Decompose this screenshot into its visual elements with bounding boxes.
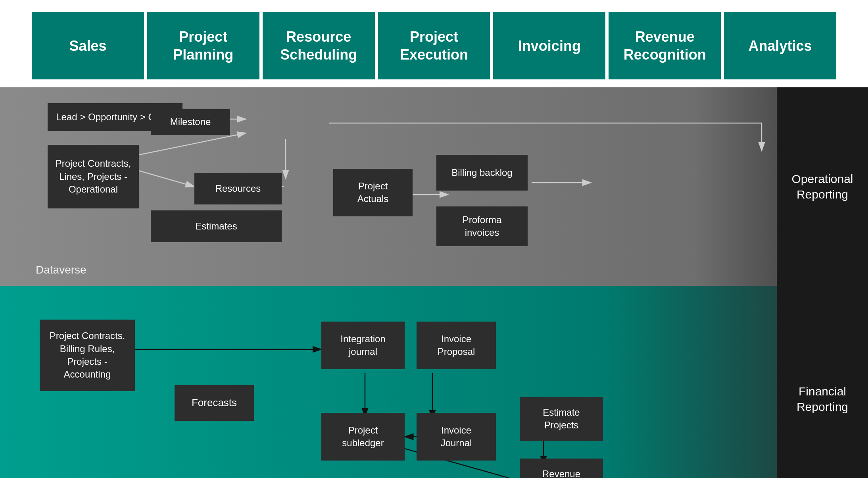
- integration-journal-box: Integration journal: [321, 322, 405, 369]
- project-contracts-op-box: Project Contracts, Lines, Projects - Ope…: [48, 145, 139, 208]
- project-actuals-box: Project Actuals: [333, 169, 413, 216]
- dataverse-label: Dataverse: [36, 264, 86, 276]
- forecasts-box: Forecasts: [175, 385, 254, 421]
- invoice-proposal-box: Invoice Proposal: [417, 322, 496, 369]
- operational-reporting-panel: Operational Reporting: [777, 87, 868, 286]
- tile-analytics: Analytics: [724, 12, 836, 79]
- tile-resource-scheduling: Resource Scheduling: [263, 12, 375, 79]
- diagram-container: Lead > Opportunity > Quote Project Contr…: [0, 87, 868, 478]
- svg-line-4: [139, 171, 194, 187]
- milestone-box: Milestone: [151, 109, 230, 135]
- header-tiles: Sales Project Planning Resource Scheduli…: [0, 0, 868, 79]
- finance-section: Project Contracts, Billing Rules, Projec…: [0, 286, 868, 478]
- invoice-journal-box: Invoice Journal: [417, 413, 496, 461]
- financial-reporting-panel: Financial Reporting: [777, 286, 868, 478]
- estimates-box: Estimates: [151, 210, 282, 242]
- tile-project-execution: Project Execution: [378, 12, 490, 79]
- billing-backlog-box: Billing backlog: [436, 155, 528, 191]
- tile-sales: Sales: [32, 12, 144, 79]
- project-contracts-acc-box: Project Contracts, Billing Rules, Projec…: [40, 320, 135, 391]
- dataverse-section: Lead > Opportunity > Quote Project Contr…: [0, 87, 868, 286]
- svg-line-3: [139, 133, 246, 155]
- proforma-invoices-box: Proforma invoices: [436, 206, 528, 246]
- tile-project-planning: Project Planning: [147, 12, 259, 79]
- tile-invoicing: Invoicing: [493, 12, 605, 79]
- tile-revenue-recognition: Revenue Recognition: [609, 12, 721, 79]
- project-subledger-box: Project subledger: [321, 413, 405, 461]
- estimate-projects-box: Estimate Projects: [520, 397, 603, 441]
- revenue-estimates-box: Revenue Estimates: [520, 459, 603, 478]
- resources-box: Resources: [194, 173, 282, 204]
